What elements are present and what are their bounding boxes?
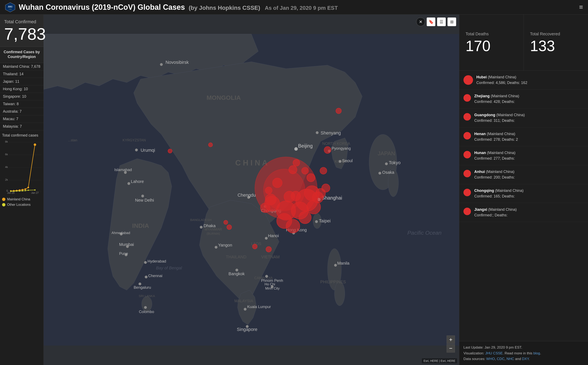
top-stats: Total Deaths 170 Total Recovered 133 xyxy=(459,14,588,71)
svg-point-92 xyxy=(334,264,337,267)
svg-text:Yangon: Yangon xyxy=(218,243,232,247)
region-dot xyxy=(463,170,471,177)
region-dot xyxy=(463,132,471,140)
header-attribution: (by Johns Hopkins CSSE) xyxy=(189,5,260,11)
region-text: Guangdong (Mainland China) Confirmed: 31… xyxy=(474,112,525,123)
svg-point-153 xyxy=(224,220,228,225)
region-text: Hubei (Mainland China) Confirmed: 4,586;… xyxy=(476,74,527,86)
who-link[interactable]: WHO xyxy=(486,357,495,361)
country-list-title: Confirmed Cases by Country/Region xyxy=(3,50,41,59)
map-close-button[interactable]: ✕ xyxy=(416,17,425,26)
region-item: Anhui (Mainland China) Confirmed: 200; D… xyxy=(459,165,588,184)
region-text: Hunan (Mainland China) Confirmed: 277; D… xyxy=(474,150,515,161)
svg-point-152 xyxy=(227,225,232,230)
region-item: Hunan (Mainland China) Confirmed: 277; D… xyxy=(459,146,588,165)
chart-title: Total confirmed cases xyxy=(2,133,41,138)
country-list: Mainland China: 7,678Thailand: 14Japan: … xyxy=(0,63,43,130)
svg-point-143 xyxy=(260,203,270,213)
region-name: Jiangxi xyxy=(474,207,487,212)
svg-text:JAPAN: JAPAN xyxy=(378,150,395,156)
svg-text:Singapore: Singapore xyxy=(237,327,257,332)
svg-text:Taipei: Taipei xyxy=(319,218,331,224)
svg-text:NORTH KOREA: NORTH KOREA xyxy=(322,141,350,146)
recovered-stat-box: Total Recovered 133 xyxy=(524,14,588,70)
svg-text:Minh City: Minh City xyxy=(265,287,280,290)
region-item: Henan (Mainland China) Confirmed: 278; D… xyxy=(459,127,588,146)
country-list-item: Mainland China: 7,678 xyxy=(0,63,43,70)
deaths-label: Total Deaths xyxy=(466,32,489,36)
svg-point-157 xyxy=(252,244,257,249)
map-bookmark-button[interactable]: 🔖 xyxy=(427,17,435,26)
svg-point-90 xyxy=(235,269,238,272)
svg-text:Dhaka: Dhaka xyxy=(204,224,216,228)
svg-text:(BURMA): (BURMA) xyxy=(207,232,220,235)
svg-point-147 xyxy=(307,174,315,182)
svg-point-88 xyxy=(265,237,268,239)
region-name: Guangdong xyxy=(474,113,495,117)
country-list-item: Japan: 11 xyxy=(0,78,43,85)
region-name: Hunan xyxy=(474,151,486,155)
svg-text:Hyderabad: Hyderabad xyxy=(148,259,166,263)
svg-text:MYANMAR: MYANMAR xyxy=(205,227,222,231)
region-name: Hubei xyxy=(476,75,487,79)
svg-point-29 xyxy=(28,190,29,191)
country-list-item: Macau: 7 xyxy=(0,115,43,123)
nhc-link[interactable]: NHC xyxy=(506,357,514,361)
svg-point-82 xyxy=(378,172,381,174)
app-header: JHU CSSE Wuhan Coronavirus (2019-nCoV) G… xyxy=(0,0,588,14)
region-name: Anhui xyxy=(474,170,485,174)
region-dot xyxy=(463,75,473,85)
country-list-item: Hong Kong: 10 xyxy=(0,85,43,93)
svg-point-26 xyxy=(19,190,20,192)
svg-text:KYRGYZSTAN: KYRGYZSTAN xyxy=(123,138,146,142)
svg-text:MONGOLIA: MONGOLIA xyxy=(206,94,241,101)
svg-text:Ho Chi: Ho Chi xyxy=(264,282,275,286)
blog-link[interactable]: blog xyxy=(533,351,540,355)
svg-text:SRI LANKA: SRI LANKA xyxy=(139,294,155,298)
svg-point-155 xyxy=(168,149,172,153)
svg-point-68 xyxy=(316,131,319,134)
map-area[interactable]: MONGOLIA C H I N A INDIA NORTH KOREA KOR… xyxy=(44,14,459,365)
zoom-in-button[interactable]: + xyxy=(446,336,455,344)
region-list: Hubei (Mainland China) Confirmed: 4,586;… xyxy=(459,71,588,341)
confirmed-by-country-header: Confirmed Cases by Country/Region xyxy=(0,47,43,63)
svg-text:C H I N A: C H I N A xyxy=(235,159,267,167)
svg-point-151 xyxy=(336,108,341,114)
svg-text:Islamabad: Islamabad xyxy=(114,168,132,172)
jhu-csse-link[interactable]: JHU CSSE xyxy=(485,351,503,355)
svg-text:Mumbai: Mumbai xyxy=(119,242,134,247)
svg-text:...stan: ...stan xyxy=(68,138,77,142)
svg-text:Shenyang: Shenyang xyxy=(321,130,341,135)
legend-label: Mainland China xyxy=(7,197,30,201)
region-text: Henan (Mainland China) Confirmed: 278; D… xyxy=(474,131,518,142)
country-list-item: Singapore: 10 xyxy=(0,93,43,100)
svg-point-121 xyxy=(144,306,147,309)
deaths-value: 170 xyxy=(466,38,490,53)
svg-text:Pune: Pune xyxy=(119,251,128,256)
map-share-button[interactable]: ⊞ xyxy=(447,17,456,26)
region-item: Jiangxi (Mainland China) Confirmed:; Dea… xyxy=(459,203,588,222)
map-list-button[interactable]: ☰ xyxy=(437,17,446,26)
svg-point-119 xyxy=(138,282,141,285)
region-item: Guangdong (Mainland China) Confirmed: 31… xyxy=(459,108,588,127)
country-list-item: Taiwan: 8 xyxy=(0,100,43,108)
region-item: Chongqing (Mainland China) Confirmed: 16… xyxy=(459,184,588,203)
cdc-link[interactable]: CDC xyxy=(497,357,505,361)
svg-point-101 xyxy=(215,246,218,249)
dxy-link[interactable]: DXY xyxy=(522,357,529,361)
svg-text:BANGLADESH: BANGLADESH xyxy=(190,218,212,222)
svg-point-24 xyxy=(13,191,14,192)
region-dot xyxy=(463,113,471,120)
svg-text:Lahore: Lahore xyxy=(131,179,144,184)
svg-point-156 xyxy=(209,143,213,147)
svg-point-84 xyxy=(315,220,318,223)
region-dot xyxy=(463,208,471,215)
region-name: Zhejiang xyxy=(474,94,490,98)
legend-label: Other Locations xyxy=(7,203,31,207)
svg-point-97 xyxy=(244,308,246,310)
svg-text:Bengaluru: Bengaluru xyxy=(134,285,151,289)
svg-text:Chengdu: Chengdu xyxy=(237,192,256,198)
country-list-item: Thailand: 14 xyxy=(0,70,43,78)
menu-icon[interactable]: ≡ xyxy=(579,3,583,11)
zoom-out-button[interactable]: − xyxy=(446,344,455,352)
